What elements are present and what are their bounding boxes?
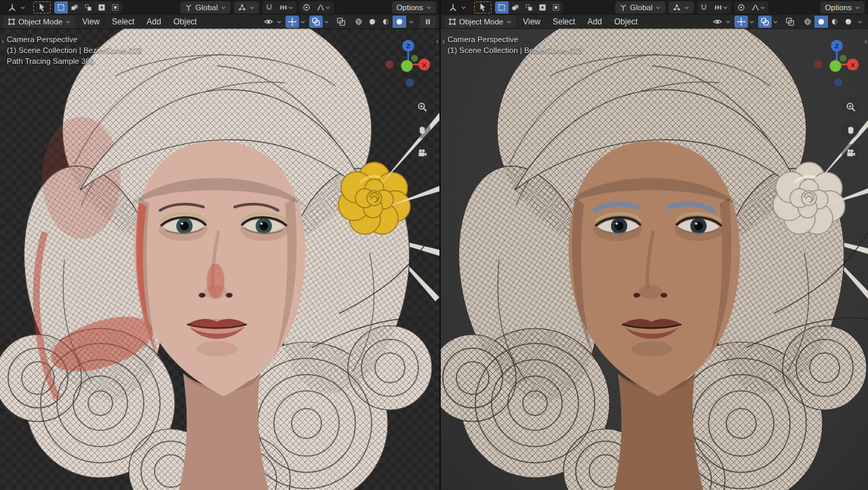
chevron-down-icon <box>325 5 331 11</box>
transform-orientation-dropdown[interactable]: Global <box>615 1 665 14</box>
shading-rendered-button[interactable] <box>393 16 406 28</box>
sidebar-toggle-arrow[interactable]: ‹ <box>436 37 439 45</box>
sidebar-toggle-arrow[interactable]: ‹ <box>865 37 867 45</box>
shading-wireframe-button[interactable] <box>801 16 814 28</box>
shading-mode-group <box>352 16 416 28</box>
pivot-point-icon <box>238 3 246 12</box>
eye-icon <box>713 17 722 26</box>
select-mode-set-button[interactable] <box>54 1 68 14</box>
proportional-editing-toggle[interactable] <box>734 1 748 14</box>
select-mode-intersect-button[interactable] <box>549 1 563 14</box>
select-mode-extend-button[interactable] <box>509 1 522 14</box>
navigation-gizmo[interactable]: Z X <box>812 34 861 92</box>
shading-solid-button[interactable] <box>366 16 379 28</box>
menu-add[interactable]: Add <box>582 15 607 29</box>
toolbar-toggle-arrow[interactable]: › <box>1 37 4 45</box>
menu-view[interactable]: View <box>517 15 546 29</box>
gizmo-minus-z-ball[interactable] <box>834 79 842 87</box>
shading-rendered-button[interactable] <box>842 16 855 28</box>
viewport-right: Global Options <box>441 0 868 490</box>
show-overlays-toggle[interactable] <box>758 16 772 28</box>
proportional-editing-toggle[interactable] <box>300 1 313 14</box>
select-mode-extend-button[interactable] <box>68 1 81 14</box>
shading-material-button[interactable] <box>828 16 842 28</box>
options-dropdown[interactable]: Options <box>821 1 865 14</box>
wireframe-sphere-icon <box>355 18 363 26</box>
editor-type-button[interactable] <box>444 1 471 14</box>
chevron-down-icon <box>426 5 432 11</box>
gizmo-minus-y-ball[interactable] <box>840 55 846 62</box>
render-pause-button[interactable] <box>420 16 436 28</box>
active-tool-select-box-button[interactable] <box>474 1 492 14</box>
pan-button[interactable] <box>413 121 431 138</box>
mode-dropdown[interactable]: Object Mode <box>444 16 516 28</box>
show-gizmos-toggle[interactable] <box>734 16 748 28</box>
magnifier-plus-icon <box>417 102 427 112</box>
gizmo-y-ball[interactable] <box>829 60 841 71</box>
gizmo-minus-z-ball[interactable] <box>406 79 414 87</box>
object-visibility-button[interactable] <box>262 16 275 28</box>
shading-wireframe-button[interactable] <box>352 16 366 28</box>
camera-view-button[interactable] <box>413 144 431 162</box>
pan-button[interactable] <box>842 121 859 138</box>
pivot-point-dropdown[interactable] <box>669 1 694 14</box>
magnet-icon <box>700 3 708 12</box>
mode-dropdown[interactable]: Object Mode <box>3 16 75 28</box>
menu-add[interactable]: Add <box>141 15 166 29</box>
active-tool-select-box-button[interactable] <box>33 1 51 14</box>
menu-select[interactable]: Select <box>106 15 140 29</box>
object-visibility-button[interactable] <box>711 16 724 28</box>
navigation-gizmo[interactable]: Z X <box>384 34 433 92</box>
pivot-point-dropdown[interactable] <box>234 1 259 14</box>
menu-select[interactable]: Select <box>547 15 580 29</box>
transform-orientation-dropdown[interactable]: Global <box>180 1 231 14</box>
gizmo-icon <box>736 17 746 26</box>
gizmo-minus-x-ball[interactable] <box>385 60 393 69</box>
shading-material-button[interactable] <box>379 16 393 28</box>
viewport-canvas-left[interactable]: Camera Perspective (1) Scene Collection … <box>0 29 439 490</box>
select-mode-subtract-button[interactable] <box>522 1 536 14</box>
xray-toggle[interactable] <box>334 16 348 28</box>
select-mode-invert-button[interactable] <box>536 1 549 14</box>
gizmo-minus-y-ball[interactable] <box>411 55 418 62</box>
select-mode-subtract-button[interactable] <box>81 1 95 14</box>
gizmo-minus-x-ball[interactable] <box>814 60 822 69</box>
shading-options-dropdown[interactable] <box>855 16 865 28</box>
proportional-edit-group <box>300 1 334 14</box>
snap-toggle-button[interactable] <box>262 1 276 14</box>
snap-settings-dropdown[interactable] <box>276 1 296 14</box>
snap-group <box>697 1 731 14</box>
zoom-button[interactable] <box>413 98 431 115</box>
options-dropdown[interactable]: Options <box>392 1 436 14</box>
camera-icon <box>417 148 427 158</box>
snap-settings-dropdown[interactable] <box>711 1 731 14</box>
show-overlays-toggle[interactable] <box>309 16 323 28</box>
chevron-down-icon <box>249 5 255 11</box>
editor-type-button[interactable] <box>3 1 30 14</box>
xray-toggle[interactable] <box>783 16 797 28</box>
toolbar-toggle-arrow[interactable]: › <box>442 37 445 45</box>
gizmos-group <box>734 16 755 28</box>
select-mode-invert-button[interactable] <box>95 1 108 14</box>
zoom-button[interactable] <box>842 98 859 115</box>
chevron-down-icon <box>460 5 467 11</box>
menu-object[interactable]: Object <box>168 15 203 29</box>
mode-label: Object Mode <box>18 18 62 26</box>
camera-view-button[interactable] <box>842 144 859 162</box>
menu-view[interactable]: View <box>77 15 105 29</box>
hand-icon <box>846 125 856 135</box>
viewport-canvas-right[interactable]: Camera Perspective (1) Scene Collection … <box>441 29 868 490</box>
solid-sphere-icon <box>817 18 825 26</box>
show-gizmos-toggle[interactable] <box>285 16 299 28</box>
select-mode-intersect-button[interactable] <box>108 1 122 14</box>
material-sphere-icon <box>382 18 390 26</box>
shading-options-dropdown[interactable] <box>406 16 416 28</box>
gizmo-z-label: Z <box>406 42 410 50</box>
gizmo-y-ball[interactable] <box>401 60 412 71</box>
proportional-falloff-dropdown[interactable] <box>313 1 334 14</box>
shading-solid-button[interactable] <box>814 16 828 28</box>
menu-object[interactable]: Object <box>609 15 644 29</box>
proportional-falloff-dropdown[interactable] <box>748 1 768 14</box>
select-mode-set-button[interactable] <box>495 1 509 14</box>
snap-toggle-button[interactable] <box>697 1 711 14</box>
